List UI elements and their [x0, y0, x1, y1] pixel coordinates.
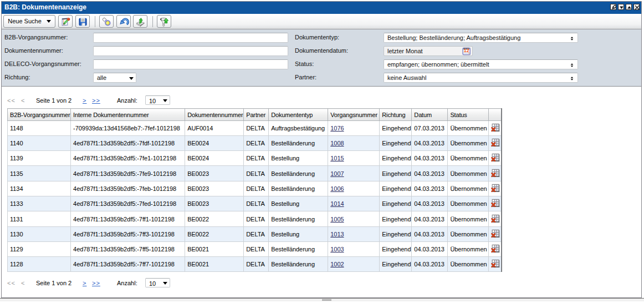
- svg-text:12: 12: [464, 48, 469, 53]
